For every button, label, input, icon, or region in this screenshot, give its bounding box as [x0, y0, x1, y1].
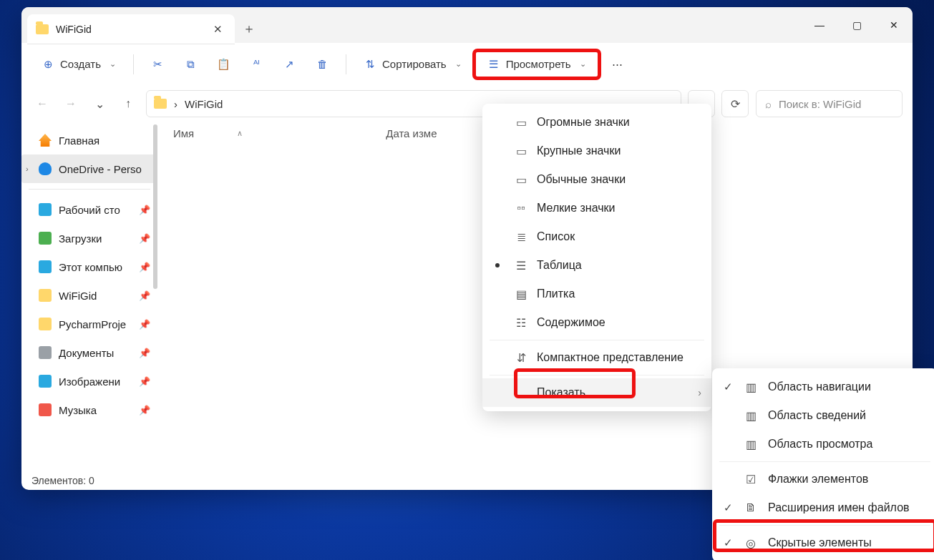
sidebar-label: PycharmProje	[59, 318, 126, 330]
pin-icon: 📌	[139, 405, 150, 416]
delete-button[interactable]: 🗑	[308, 51, 336, 78]
chevron-right-icon: ›	[26, 164, 29, 173]
column-date[interactable]: Дата изме	[386, 127, 437, 139]
path-segment[interactable]: WiFiGid	[185, 98, 223, 110]
divider	[490, 375, 704, 375]
rename-button[interactable]: ᴬᴵ	[243, 51, 270, 78]
recent-button[interactable]: ⌄	[89, 93, 110, 114]
explorer-window: WiFiGid ✕ ＋ ― ▢ ✕ ⊕ Создать ⌄ ✂ ⧉ 📋 ᴬᴵ ↗…	[21, 7, 913, 490]
menu-show-option[interactable]: ✓▥Область навигации	[712, 373, 934, 401]
image-icon	[39, 375, 52, 388]
sidebar-home[interactable]: Главная	[21, 126, 157, 154]
view-option-icon: ▫▫	[514, 202, 528, 215]
paste-button[interactable]: 📋	[210, 51, 237, 78]
search-input[interactable]: ⌕ Поиск в: WiFiGid	[756, 90, 903, 117]
onedrive-icon	[39, 162, 52, 175]
pin-icon: 📌	[139, 376, 150, 387]
menu-label: Обычные значки	[537, 173, 626, 186]
menu-show-option[interactable]: ✓◎Скрытые элементы	[712, 529, 934, 557]
chevron-down-icon: ⌄	[455, 59, 462, 69]
menu-label: Крупные значки	[537, 144, 621, 157]
divider	[719, 461, 930, 462]
menu-view-option[interactable]: ▭Огромные значки	[482, 108, 711, 137]
menu-show-option[interactable]: ▥Область просмотра	[712, 430, 934, 458]
folder-icon	[39, 289, 52, 302]
sidebar-item[interactable]: Рабочий сто📌	[21, 195, 157, 224]
copy-button[interactable]: ⧉	[177, 51, 204, 78]
sort-asc-icon: ∧	[237, 129, 243, 138]
menu-view-option[interactable]: ▭Крупные значки	[482, 137, 711, 165]
new-tab-button[interactable]: ＋	[235, 14, 263, 43]
sidebar-onedrive[interactable]: › OneDrive - Perso	[21, 154, 157, 183]
column-name[interactable]: Имя ∧	[173, 127, 243, 139]
menu-show-option[interactable]: ☑Флажки элементов	[712, 465, 934, 493]
menu-view-option[interactable]: ▤Плитка	[482, 280, 711, 308]
new-button[interactable]: ⊕ Создать ⌄	[34, 51, 123, 78]
menu-show[interactable]: Показать ›	[482, 378, 711, 407]
tab-close-button[interactable]: ✕	[209, 21, 226, 38]
folder-icon	[154, 99, 167, 109]
sort-button[interactable]: ⇅ Сортировать ⌄	[356, 51, 469, 78]
folder-icon	[36, 24, 49, 34]
menu-show-option[interactable]: ✓🗎Расширения имен файлов	[712, 493, 934, 522]
menu-view-option[interactable]: ☰Таблица	[482, 251, 711, 280]
up-button[interactable]: ↑	[117, 93, 139, 114]
show-option-icon: 🗎	[744, 501, 758, 514]
view-option-icon: ▭	[514, 144, 528, 158]
menu-label: Таблица	[537, 259, 582, 272]
menu-label: Флажки элементов	[768, 473, 868, 486]
menu-view-option[interactable]: ☷Содержимое	[482, 308, 711, 337]
menu-compact-view[interactable]: ⇵ Компактное представление	[482, 343, 711, 372]
share-button[interactable]: ↗	[276, 51, 303, 78]
refresh-button[interactable]: ⟳	[721, 90, 749, 117]
view-button[interactable]: ☰ Просмотреть ⌄	[475, 51, 599, 78]
close-button[interactable]: ✕	[875, 7, 913, 43]
view-option-icon: ☰	[514, 259, 528, 272]
more-button[interactable]: ⋯	[605, 51, 630, 78]
cut-button[interactable]: ✂	[144, 51, 171, 78]
desktop-icon	[39, 203, 52, 216]
sidebar-label: WiFiGid	[59, 290, 97, 302]
tab-wifigid[interactable]: WiFiGid ✕	[27, 14, 235, 44]
tab-bar: WiFiGid ✕ ＋ ― ▢ ✕	[21, 7, 913, 43]
view-option-icon: ▭	[514, 116, 528, 129]
sidebar-item[interactable]: PycharmProje📌	[21, 310, 157, 338]
search-placeholder: Поиск в: WiFiGid	[779, 98, 861, 110]
check-icon: ✓	[724, 536, 733, 549]
menu-label: Компактное представление	[537, 351, 684, 364]
sidebar-item[interactable]: Документы📌	[21, 338, 157, 367]
maximize-button[interactable]: ▢	[838, 7, 875, 43]
sidebar-item[interactable]: Этот компью📌	[21, 252, 157, 281]
menu-view-option[interactable]: ▭Обычные значки	[482, 165, 711, 194]
show-option-icon: ▥	[744, 380, 758, 394]
menu-show-option[interactable]: ▥Область сведений	[712, 401, 934, 430]
doc-icon	[39, 346, 52, 359]
music-icon	[39, 403, 52, 416]
clipboard-icon: 📋	[217, 58, 230, 71]
sidebar-item[interactable]: Музыка📌	[21, 396, 157, 424]
sidebar-item[interactable]: Загрузки📌	[21, 224, 157, 252]
sidebar-label: Этот компью	[59, 261, 122, 273]
pin-icon: 📌	[139, 205, 150, 215]
show-option-icon: ☑	[744, 473, 758, 486]
minimize-button[interactable]: ―	[801, 7, 838, 43]
pin-icon: 📌	[139, 319, 150, 330]
sidebar-label: Главная	[59, 134, 99, 147]
back-button[interactable]: ←	[31, 93, 53, 114]
chevron-right-icon: ›	[698, 387, 701, 398]
sort-label: Сортировать	[382, 58, 447, 70]
toolbar: ⊕ Создать ⌄ ✂ ⧉ 📋 ᴬᴵ ↗ 🗑 ⇅ Сортировать ⌄…	[21, 43, 913, 86]
new-label: Создать	[60, 58, 101, 70]
sidebar-item[interactable]: Изображени📌	[21, 367, 157, 396]
download-icon	[39, 232, 52, 245]
scissors-icon: ✂	[151, 58, 164, 71]
search-icon: ⌕	[765, 98, 772, 110]
status-text: Элементов: 0	[31, 475, 94, 486]
forward-button[interactable]: →	[60, 93, 82, 114]
menu-view-option[interactable]: ≣Список	[482, 222, 711, 251]
pin-icon: 📌	[139, 233, 150, 244]
menu-view-option[interactable]: ▫▫Мелкие значки	[482, 194, 711, 222]
sidebar-item[interactable]: WiFiGid📌	[21, 281, 157, 310]
view-icon: ☰	[487, 58, 500, 71]
sidebar-label: Музыка	[59, 404, 97, 416]
